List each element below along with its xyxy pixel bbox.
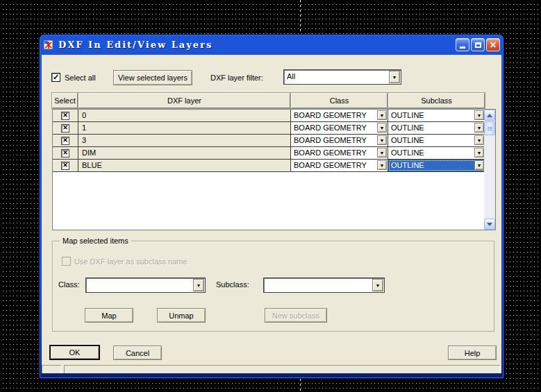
dropdown-arrow-icon[interactable]: ▼ bbox=[474, 160, 484, 170]
dxf-layer-filter-combo[interactable]: All ▼ bbox=[283, 69, 401, 85]
subclass-combo[interactable]: OUTLINE▼ bbox=[388, 135, 485, 146]
close-button[interactable]: ✕ bbox=[486, 38, 500, 51]
minimize-icon bbox=[460, 46, 465, 49]
dropdown-arrow-icon[interactable]: ▼ bbox=[389, 71, 400, 83]
chevron-down-icon bbox=[487, 223, 492, 226]
layer-table: ✕ 0 BOARD GEOMETRY▼ OUTLINE▼ ✕ 1 BOARD G… bbox=[52, 109, 496, 230]
row-select-checkbox[interactable]: ✕ bbox=[53, 135, 78, 146]
cancel-button[interactable]: Cancel bbox=[113, 346, 162, 360]
map-subclass-combo[interactable]: ▼ bbox=[263, 278, 385, 293]
checked-icon: ✕ bbox=[61, 162, 69, 170]
dxf-layer-cell[interactable]: 3 bbox=[78, 135, 291, 146]
select-all-checkbox[interactable]: ✓ bbox=[51, 73, 60, 82]
close-icon: ✕ bbox=[490, 41, 497, 49]
dropdown-arrow-icon[interactable]: ▼ bbox=[377, 110, 387, 120]
select-all-label: Select all bbox=[65, 73, 96, 83]
row-select-checkbox[interactable]: ✕ bbox=[53, 122, 78, 134]
dxf-layer-cell[interactable]: BLUE bbox=[78, 160, 291, 171]
dxf-layers-dialog: DXF In Edit/View Layers ✕ ✓ Select all V… bbox=[40, 35, 503, 378]
check-icon: ✓ bbox=[53, 74, 59, 81]
map-selected-items-group: Map selected items Use DXF layer as subc… bbox=[52, 241, 494, 332]
chevron-up-icon bbox=[487, 114, 492, 117]
thumb-grip bbox=[488, 127, 492, 128]
row-select-checkbox[interactable]: ✕ bbox=[53, 160, 78, 171]
dialog-title: DXF In Edit/View Layers bbox=[58, 40, 213, 50]
map-class-combo[interactable]: ▼ bbox=[85, 278, 206, 293]
dropdown-arrow-icon[interactable]: ▼ bbox=[372, 279, 383, 291]
dxf-layer-cell[interactable]: 0 bbox=[78, 110, 291, 121]
class-combo[interactable]: BOARD GEOMETRY▼ bbox=[291, 147, 388, 159]
group-title: Map selected items bbox=[60, 236, 131, 246]
thumb-grip bbox=[488, 128, 492, 129]
header-dxf-layer[interactable]: DXF layer bbox=[78, 93, 290, 108]
header-select[interactable]: Select bbox=[52, 93, 78, 108]
status-panel-main bbox=[64, 365, 500, 373]
thumb-grip bbox=[488, 130, 492, 130]
dialog-client-area: ✓ Select all View selected layers DXF la… bbox=[42, 55, 501, 364]
use-dxf-layer-label: Use DXF layer as subclass name bbox=[74, 257, 188, 266]
scroll-up-button[interactable] bbox=[484, 110, 495, 121]
class-combo[interactable]: BOARD GEOMETRY▼ bbox=[291, 110, 388, 121]
checked-icon: ✕ bbox=[61, 137, 69, 145]
class-label: Class: bbox=[58, 280, 80, 289]
row-select-checkbox[interactable]: ✕ bbox=[53, 110, 78, 121]
titlebar[interactable]: DXF In Edit/View Layers ✕ bbox=[40, 35, 503, 55]
minimize-button[interactable] bbox=[456, 38, 469, 51]
class-combo[interactable]: BOARD GEOMETRY▼ bbox=[291, 122, 388, 134]
dropdown-arrow-icon[interactable]: ▼ bbox=[474, 148, 484, 157]
dropdown-arrow-icon[interactable]: ▼ bbox=[377, 160, 387, 170]
filter-value: All bbox=[287, 72, 295, 80]
status-panel-left bbox=[42, 365, 61, 373]
ok-button[interactable]: OK bbox=[49, 345, 100, 360]
dropdown-arrow-icon[interactable]: ▼ bbox=[377, 135, 387, 145]
subclass-label: Subclass: bbox=[216, 280, 249, 289]
help-button[interactable]: Help bbox=[448, 346, 497, 360]
table-row: ✕ 1 BOARD GEOMETRY▼ OUTLINE▼ bbox=[53, 122, 485, 135]
scroll-down-button[interactable] bbox=[484, 219, 495, 230]
class-combo[interactable]: BOARD GEOMETRY▼ bbox=[291, 160, 388, 171]
table-row: ✕ DIM BOARD GEOMETRY▼ OUTLINE▼ bbox=[53, 147, 485, 160]
view-selected-layers-button[interactable]: View selected layers bbox=[113, 70, 192, 85]
dxf-layer-cell[interactable]: 1 bbox=[78, 122, 291, 134]
dropdown-arrow-icon[interactable]: ▼ bbox=[474, 123, 484, 133]
table-row: ✕ BLUE BOARD GEOMETRY▼ OUTLINE▼ bbox=[53, 160, 485, 172]
window-controls: ✕ bbox=[456, 38, 500, 51]
subclass-combo[interactable]: OUTLINE▼ bbox=[388, 147, 485, 159]
status-bar bbox=[42, 364, 501, 373]
new-subclass-button[interactable]: New subclass bbox=[265, 308, 327, 323]
cad-canvas: DXF In Edit/View Layers ✕ ✓ Select all V… bbox=[0, 0, 541, 392]
table-row: ✕ 0 BOARD GEOMETRY▼ OUTLINE▼ bbox=[53, 110, 485, 122]
use-dxf-layer-checkbox[interactable] bbox=[62, 257, 71, 266]
subclass-combo[interactable]: OUTLINE▼ bbox=[388, 110, 485, 121]
checked-icon: ✕ bbox=[61, 149, 69, 157]
dropdown-arrow-icon[interactable]: ▼ bbox=[474, 135, 484, 145]
dxf-layer-cell[interactable]: DIM bbox=[78, 147, 291, 159]
dropdown-arrow-icon[interactable]: ▼ bbox=[193, 279, 204, 291]
dxf-layer-filter-label: DXF layer filter: bbox=[210, 73, 263, 83]
unmap-button[interactable]: Unmap bbox=[157, 308, 206, 323]
checked-icon: ✕ bbox=[61, 124, 69, 133]
header-class[interactable]: Class bbox=[291, 93, 388, 108]
dropdown-arrow-icon[interactable]: ▼ bbox=[474, 110, 484, 120]
maximize-icon bbox=[475, 42, 481, 48]
vertical-scrollbar[interactable] bbox=[484, 110, 495, 230]
dropdown-arrow-icon[interactable]: ▼ bbox=[377, 148, 387, 157]
checked-icon: ✕ bbox=[61, 112, 69, 120]
row-select-checkbox[interactable]: ✕ bbox=[53, 147, 78, 159]
scrollbar-thumb[interactable] bbox=[484, 121, 495, 135]
class-combo[interactable]: BOARD GEOMETRY▼ bbox=[291, 135, 388, 146]
dropdown-arrow-icon[interactable]: ▼ bbox=[377, 123, 387, 133]
table-row: ✕ 3 BOARD GEOMETRY▼ OUTLINE▼ bbox=[53, 135, 485, 147]
dxf-app-icon bbox=[43, 40, 54, 51]
subclass-combo[interactable]: OUTLINE▼ bbox=[388, 160, 485, 171]
maximize-button[interactable] bbox=[471, 38, 485, 51]
map-button[interactable]: Map bbox=[85, 308, 133, 323]
header-subclass[interactable]: Subclass bbox=[388, 93, 485, 108]
subclass-combo[interactable]: OUTLINE▼ bbox=[388, 122, 485, 134]
